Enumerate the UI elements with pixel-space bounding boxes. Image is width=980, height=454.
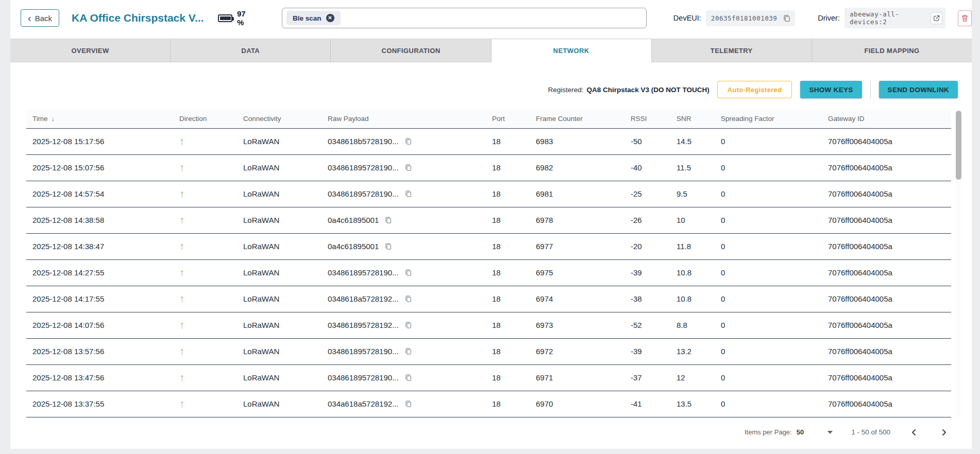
- page-range: 1 - 50 of 500: [851, 428, 890, 436]
- uplink-arrow-icon: ↑: [179, 267, 184, 278]
- table-row: 2025-12-08 14:07:56 ↑ LoRaWAN 0348618957…: [26, 312, 951, 338]
- driver-value-box: abeeway-all-devices:2: [844, 8, 945, 28]
- cell-connectivity: LoRaWAN: [243, 207, 328, 233]
- chip-label: Ble scan: [293, 14, 322, 22]
- column-header-gateway-id[interactable]: Gateway ID: [828, 110, 951, 128]
- cell-direction: ↑: [179, 128, 243, 154]
- column-header-snr[interactable]: SNR: [677, 110, 721, 128]
- column-header-connectivity[interactable]: Connectivity: [243, 110, 328, 128]
- copy-payload-button[interactable]: [404, 268, 412, 277]
- cell-rssi: -41: [631, 391, 677, 417]
- table-scrollbar-thumb[interactable]: [956, 111, 961, 180]
- tab-network[interactable]: NETWORK: [492, 39, 652, 62]
- cell-spreading-factor: 0: [721, 312, 828, 338]
- cell-port: 18: [492, 338, 536, 364]
- cell-snr: 12: [677, 364, 721, 391]
- search-input[interactable]: [345, 13, 642, 23]
- column-header-frame-counter[interactable]: Frame Counter: [536, 110, 631, 128]
- cell-rssi: -20: [631, 233, 677, 259]
- cell-time: 2025-12-08 13:57:56: [26, 338, 179, 364]
- cell-snr: 9.5: [677, 181, 721, 207]
- table-scrollbar-track[interactable]: [956, 111, 961, 417]
- table-header-row: Time↓ Direction Connectivity Raw Payload…: [26, 110, 951, 128]
- back-button[interactable]: ‹ Back: [21, 9, 59, 27]
- cell-direction: ↑: [179, 312, 243, 338]
- copy-icon: [404, 373, 412, 382]
- column-header-rssi[interactable]: RSSI: [631, 110, 677, 128]
- tab-overview[interactable]: OVERVIEW: [10, 39, 171, 62]
- cell-time: 2025-12-08 13:37:55: [26, 391, 179, 417]
- search-box[interactable]: Ble scan ✕: [282, 8, 647, 28]
- cell-port: 18: [492, 364, 536, 391]
- cell-raw-payload: 034861895728190...: [328, 364, 492, 391]
- deveui-group: DevEUI: 20635f0181001039: [673, 10, 795, 26]
- delete-device-button[interactable]: [958, 10, 972, 26]
- cell-frame-counter: 6971: [536, 364, 631, 391]
- cell-spreading-factor: 0: [721, 364, 828, 391]
- packet-table: Time↓ Direction Connectivity Raw Payload…: [26, 110, 951, 417]
- cell-frame-counter: 6970: [536, 391, 631, 417]
- tab-configuration[interactable]: CONFIGURATION: [331, 39, 491, 62]
- copy-payload-button[interactable]: [384, 216, 392, 224]
- cell-connectivity: LoRaWAN: [243, 312, 328, 338]
- battery-percent: 97 %: [237, 9, 253, 27]
- caret-down-icon[interactable]: [827, 431, 833, 434]
- cell-snr: 14.5: [677, 128, 721, 154]
- column-header-port[interactable]: Port: [492, 110, 536, 128]
- chevron-left-icon: ‹: [28, 14, 31, 22]
- auto-registered-badge[interactable]: Auto-Registered: [717, 81, 792, 98]
- copy-payload-button[interactable]: [404, 294, 412, 303]
- cell-raw-payload: 034861895728192...: [328, 312, 492, 338]
- copy-payload-button[interactable]: [384, 242, 392, 251]
- registered-label: Registered:: [548, 86, 583, 94]
- cell-gateway-id: 7076ff006404005a: [828, 286, 951, 312]
- copy-payload-button[interactable]: [404, 137, 412, 146]
- cell-frame-counter: 6981: [536, 181, 631, 207]
- uplink-arrow-icon: ↑: [179, 345, 184, 357]
- cell-spreading-factor: 0: [721, 181, 828, 207]
- cell-time: 2025-12-08 13:47:56: [26, 364, 179, 391]
- registered-value: QA8 Chirpstack V3 (DO NOT TOUCH): [586, 86, 709, 94]
- next-page-button[interactable]: [938, 426, 950, 439]
- cell-connectivity: LoRaWAN: [243, 259, 328, 286]
- column-header-raw-payload[interactable]: Raw Payload: [328, 110, 492, 128]
- show-keys-button[interactable]: SHOW KEYS: [800, 81, 861, 98]
- open-driver-button[interactable]: [931, 12, 942, 24]
- cell-spreading-factor: 0: [721, 233, 828, 259]
- uplink-arrow-icon: ↑: [179, 214, 184, 225]
- tab-telemetry[interactable]: TELEMETRY: [652, 39, 812, 62]
- cell-port: 18: [492, 312, 536, 338]
- table-row: 2025-12-08 13:57:56 ↑ LoRaWAN 0348618957…: [26, 338, 951, 364]
- column-header-spreading-factor[interactable]: Spreading Factor: [721, 110, 828, 128]
- trash-icon: [961, 14, 968, 23]
- cell-frame-counter: 6975: [536, 259, 631, 286]
- tab-field-mapping[interactable]: FIELD MAPPING: [812, 39, 972, 62]
- chip-remove-icon[interactable]: ✕: [326, 14, 334, 22]
- cell-direction: ↑: [179, 207, 243, 233]
- table-row: 2025-12-08 15:07:56 ↑ LoRaWAN 0348618957…: [26, 154, 951, 181]
- copy-deveui-button[interactable]: [782, 13, 792, 24]
- items-per-page-value[interactable]: 50: [797, 428, 804, 436]
- chevron-right-icon: [940, 428, 948, 436]
- send-downlink-button[interactable]: SEND DOWNLINK: [879, 81, 958, 98]
- column-header-time[interactable]: Time↓: [26, 110, 179, 128]
- copy-payload-button[interactable]: [404, 399, 412, 408]
- copy-payload-button[interactable]: [404, 373, 412, 382]
- battery-status: 97 %: [218, 9, 253, 27]
- column-header-direction[interactable]: Direction: [179, 110, 243, 128]
- cell-direction: ↑: [179, 338, 243, 364]
- tab-data[interactable]: DATA: [171, 39, 331, 62]
- cell-gateway-id: 7076ff006404005a: [828, 312, 951, 338]
- copy-payload-button[interactable]: [404, 163, 412, 172]
- cell-direction: ↑: [179, 364, 243, 391]
- uplink-arrow-icon: ↑: [179, 162, 184, 173]
- filter-chip-ble-scan[interactable]: Ble scan ✕: [286, 11, 341, 25]
- cell-time: 2025-12-08 14:07:56: [26, 312, 179, 338]
- copy-payload-button[interactable]: [404, 321, 412, 329]
- copy-payload-button[interactable]: [404, 189, 412, 198]
- previous-page-button[interactable]: [908, 426, 920, 439]
- copy-icon: [404, 189, 412, 198]
- cell-time: 2025-12-08 15:07:56: [26, 154, 179, 181]
- copy-payload-button[interactable]: [404, 347, 412, 356]
- cell-connectivity: LoRaWAN: [243, 233, 328, 259]
